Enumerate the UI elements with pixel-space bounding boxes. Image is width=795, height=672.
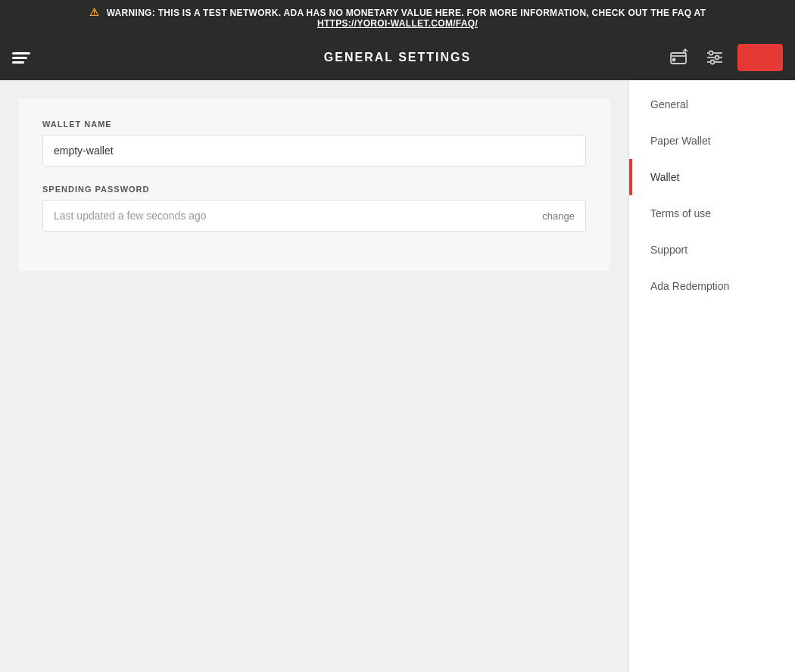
spending-password-value: Last updated a few seconds ago — [54, 210, 207, 222]
main-content: WALLET NAME SPENDING PASSWORD Last updat… — [0, 80, 628, 672]
warning-icon: ⚠ — [89, 6, 99, 18]
logo[interactable] — [12, 52, 30, 64]
page-title: GENERAL SETTINGS — [324, 51, 471, 64]
wallet-name-group: WALLET NAME — [42, 120, 586, 166]
svg-point-7 — [711, 61, 715, 64]
sidebar-item-wallet[interactable]: Wallet — [629, 159, 795, 195]
header: GENERAL SETTINGS — [0, 35, 795, 80]
spending-password-label: SPENDING PASSWORD — [42, 185, 586, 194]
logo-line-2 — [12, 57, 27, 59]
settings-card: WALLET NAME SPENDING PASSWORD Last updat… — [18, 98, 610, 271]
header-actions — [665, 44, 783, 71]
menu-icon[interactable] — [12, 52, 30, 64]
spending-password-field: Last updated a few seconds ago change — [42, 200, 586, 232]
send-receive-icon — [668, 47, 689, 68]
sidebar-item-terms-of-use[interactable]: Terms of use — [629, 195, 795, 232]
sidebar: General Paper Wallet Wallet Terms of use… — [628, 80, 795, 672]
active-button[interactable] — [737, 44, 783, 71]
warning-banner: ⚠ WARNING: THIS IS A TEST NETWORK. ADA H… — [0, 0, 795, 35]
change-password-button[interactable]: change — [542, 210, 575, 222]
logo-line-1 — [12, 52, 30, 54]
sidebar-item-paper-wallet[interactable]: Paper Wallet — [629, 123, 795, 159]
send-receive-button[interactable] — [665, 44, 692, 71]
wallet-name-input[interactable] — [42, 135, 586, 166]
svg-point-6 — [716, 56, 719, 60]
sidebar-item-ada-redemption[interactable]: Ada Redemption — [629, 268, 795, 304]
warning-text: WARNING: THIS IS A TEST NETWORK. ADA HAS… — [107, 8, 706, 18]
svg-point-5 — [709, 51, 713, 55]
warning-link[interactable]: HTTPS://YOROI-WALLET.COM/FAQ/ — [15, 18, 780, 29]
settings-icon — [704, 47, 725, 68]
sidebar-item-general[interactable]: General — [629, 86, 795, 123]
layout: WALLET NAME SPENDING PASSWORD Last updat… — [0, 80, 795, 672]
spending-password-group: SPENDING PASSWORD Last updated a few sec… — [42, 185, 586, 232]
settings-button[interactable] — [701, 44, 728, 71]
svg-point-1 — [673, 59, 675, 61]
wallet-name-label: WALLET NAME — [42, 120, 586, 129]
logo-line-3 — [12, 61, 24, 64]
sidebar-item-support[interactable]: Support — [629, 232, 795, 268]
